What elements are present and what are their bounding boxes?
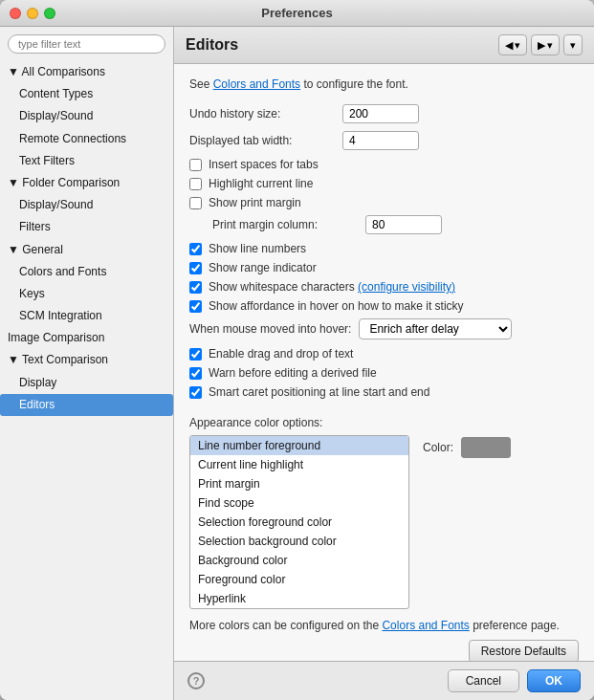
appearance-item-background[interactable]: Background color (190, 551, 408, 570)
sidebar-item-remote-connections[interactable]: Remote Connections (0, 128, 173, 150)
appearance-item-foreground[interactable]: Foreground color (190, 570, 408, 589)
enable-drag-drop-row: Enable drag and drop of text (189, 347, 579, 361)
search-input[interactable] (8, 34, 165, 54)
undo-history-row: Undo history size: (189, 104, 579, 123)
sidebar-item-scm[interactable]: SCM Integration (0, 305, 173, 327)
sidebar-item-content-types[interactable]: Content Types (0, 83, 173, 105)
panel-footer: ? Cancel OK (174, 661, 594, 700)
sidebar-item-keys[interactable]: Keys (0, 283, 173, 305)
preferences-window: Preferences ▼ All Comparisons Content Ty… (0, 0, 594, 700)
menu-button[interactable]: ▾ (563, 34, 583, 55)
show-line-numbers-label: Show line numbers (209, 242, 306, 255)
maximize-button[interactable] (44, 8, 55, 19)
forward-dropdown-icon: ▾ (547, 39, 553, 52)
panel-body: See Colors and Fonts to configure the fo… (174, 64, 594, 661)
print-margin-col-input[interactable] (365, 215, 442, 234)
show-print-margin-label: Show print margin (209, 196, 301, 209)
sidebar-item-folder-display-sound[interactable]: Display/Sound (0, 194, 173, 216)
hint-text: See Colors and Fonts to configure the fo… (189, 77, 579, 91)
sidebar-item-folder-filters[interactable]: Filters (0, 216, 173, 238)
warn-derived-checkbox[interactable] (189, 367, 202, 380)
show-whitespace-label: Show whitespace characters (configure vi… (209, 280, 455, 294)
sidebar-item-general[interactable]: ▼ General (0, 239, 173, 261)
show-whitespace-row: Show whitespace characters (configure vi… (189, 280, 579, 294)
back-icon: ◀ (505, 39, 513, 52)
show-range-indicator-row: Show range indicator (189, 261, 579, 274)
print-margin-col-label: Print margin column: (212, 218, 365, 231)
sidebar-item-display[interactable]: Display (0, 372, 173, 394)
panel-title: Editors (186, 36, 238, 54)
smart-caret-label: Smart caret positioning at line start an… (209, 385, 429, 399)
highlight-line-row: Highlight current line (189, 177, 579, 190)
color-swatch[interactable] (461, 437, 511, 458)
warn-derived-row: Warn before editing a derived file (189, 366, 579, 380)
smart-caret-checkbox[interactable] (189, 386, 202, 399)
undo-history-label: Undo history size: (189, 107, 342, 120)
insert-spaces-label: Insert spaces for tabs (209, 158, 319, 171)
appearance-item-selection-bg[interactable]: Selection background color (190, 532, 408, 551)
tab-width-label: Displayed tab width: (189, 134, 342, 147)
appearance-item-line-number-fg[interactable]: Line number foreground (190, 436, 408, 455)
back-button[interactable]: ◀ ▾ (498, 34, 527, 55)
undo-history-input[interactable] (342, 104, 419, 123)
sidebar-item-folder-comparison[interactable]: ▼ Folder Comparison (0, 172, 173, 194)
hover-row: When mouse moved into hover: Enrich afte… (189, 318, 579, 339)
appearance-item-print-margin[interactable]: Print margin (190, 474, 408, 493)
appearance-row: Line number foreground Current line high… (189, 435, 579, 609)
color-swatch-area: Color: (423, 435, 511, 458)
help-button[interactable]: ? (187, 672, 205, 689)
print-margin-col-row: Print margin column: (212, 215, 579, 234)
sidebar-item-text-filters[interactable]: Text Filters (0, 150, 173, 172)
tree: ▼ All Comparisons Content Types Display/… (0, 59, 173, 700)
show-line-numbers-row: Show line numbers (189, 242, 579, 255)
tab-width-input[interactable] (342, 131, 419, 150)
show-range-indicator-checkbox[interactable] (189, 262, 202, 274)
close-button[interactable] (10, 8, 21, 19)
window-title: Preferences (261, 6, 332, 20)
forward-icon: ▶ (538, 39, 545, 52)
sidebar-item-display-sound[interactable]: Display/Sound (0, 105, 173, 127)
tab-width-row: Displayed tab width: (189, 131, 579, 150)
titlebar: Preferences (0, 0, 594, 27)
colors-fonts-link-bottom[interactable]: Colors and Fonts (382, 619, 469, 632)
show-line-numbers-checkbox[interactable] (189, 243, 202, 255)
sidebar-item-image-comparison[interactable]: Image Comparison (0, 327, 173, 349)
configure-visibility-link[interactable]: (configure visibility) (358, 280, 455, 294)
show-whitespace-checkbox[interactable] (189, 281, 202, 294)
sidebar-item-editors[interactable]: Editors (0, 394, 173, 416)
panel-nav: ◀ ▾ ▶ ▾ ▾ (498, 34, 583, 55)
sidebar-item-colors-fonts[interactable]: Colors and Fonts (0, 261, 173, 283)
main-content: ▼ All Comparisons Content Types Display/… (0, 27, 594, 700)
enable-drag-drop-checkbox[interactable] (189, 348, 202, 361)
sidebar-item-text-comparison[interactable]: ▼ Text Comparison (0, 349, 173, 371)
appearance-item-selection-fg[interactable]: Selection foreground color (190, 513, 408, 532)
colors-fonts-link-top[interactable]: Colors and Fonts (213, 77, 300, 91)
show-print-margin-checkbox[interactable] (189, 197, 202, 209)
insert-spaces-row: Insert spaces for tabs (189, 158, 579, 171)
color-swatch-row: Color: (423, 437, 511, 458)
appearance-label: Appearance color options: (189, 416, 579, 429)
appearance-item-find-scope[interactable]: Find scope (190, 493, 408, 513)
menu-icon: ▾ (570, 39, 576, 52)
color-label: Color: (423, 441, 453, 454)
appearance-item-current-line[interactable]: Current line highlight (190, 455, 408, 474)
highlight-line-checkbox[interactable] (189, 178, 202, 190)
sidebar-item-all-comparisons[interactable]: ▼ All Comparisons (0, 61, 173, 83)
hover-label: When mouse moved into hover: (189, 322, 351, 336)
enable-drag-drop-label: Enable drag and drop of text (209, 347, 353, 361)
minimize-button[interactable] (27, 8, 38, 19)
warn-derived-label: Warn before editing a derived file (209, 366, 377, 380)
insert-spaces-checkbox[interactable] (189, 159, 202, 171)
back-dropdown-icon: ▾ (515, 39, 520, 52)
ok-button[interactable]: OK (527, 669, 581, 692)
sidebar: ▼ All Comparisons Content Types Display/… (0, 27, 174, 700)
restore-defaults-button[interactable]: Restore Defaults (469, 640, 579, 661)
forward-button[interactable]: ▶ ▾ (531, 34, 560, 55)
show-affordance-checkbox[interactable] (189, 300, 202, 313)
highlight-line-label: Highlight current line (209, 177, 313, 190)
cancel-button[interactable]: Cancel (448, 669, 519, 692)
show-affordance-row: Show affordance in hover on how to make … (189, 299, 579, 313)
hover-select[interactable]: Enrich after delay Enrich immediately Ne… (359, 318, 512, 339)
appearance-item-hyperlink[interactable]: Hyperlink (190, 589, 408, 608)
show-range-indicator-label: Show range indicator (209, 261, 317, 274)
